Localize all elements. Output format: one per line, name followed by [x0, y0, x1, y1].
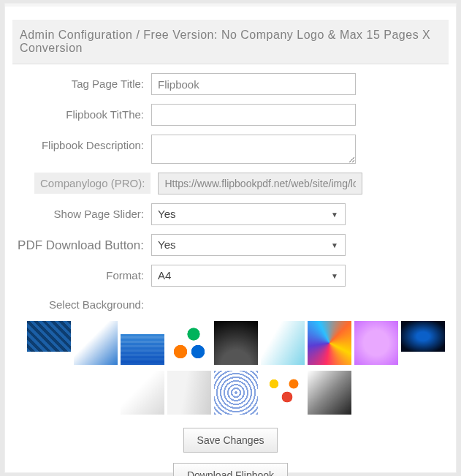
admin-config-page: Admin Configuration / Free Version: No C…	[4, 3, 457, 473]
bg-thumb-8[interactable]	[354, 321, 398, 365]
bg-thumb-10[interactable]	[121, 371, 164, 415]
banner: Admin Configuration / Free Version: No C…	[12, 20, 449, 64]
background-grid	[27, 321, 451, 415]
actions: Save Changes Download Flipbook	[5, 428, 456, 476]
label-format: Format:	[5, 265, 151, 282]
bg-thumb-14[interactable]	[308, 371, 351, 415]
label-select-background: Select Background:	[49, 298, 456, 311]
bg-thumb-1[interactable]	[27, 321, 71, 352]
select-show-page-slider-value: Yes	[151, 203, 346, 225]
select-show-page-slider[interactable]: Yes ▼	[151, 203, 346, 225]
input-flipbook-description[interactable]	[151, 135, 356, 164]
bg-thumb-7[interactable]	[308, 321, 351, 365]
label-show-page-slider: Show Page Slider:	[5, 203, 151, 220]
top-strip	[5, 4, 456, 7]
bg-thumb-9[interactable]	[401, 321, 445, 352]
row-flipbook-title: Flipbook TitThe:	[5, 104, 456, 126]
select-format-value: A4	[151, 265, 346, 287]
bg-thumb-4[interactable]	[167, 321, 211, 365]
bg-thumb-6[interactable]	[261, 321, 305, 365]
row-tag-page-title: Tag Page Title:	[5, 73, 456, 95]
bg-thumb-12[interactable]	[214, 371, 258, 415]
bg-thumb-11[interactable]	[167, 371, 211, 415]
input-tag-page-title[interactable]	[151, 73, 356, 95]
select-pdf-download-button-value: Yes	[151, 234, 346, 256]
row-flipbook-description: Flipbook Description:	[5, 135, 456, 164]
label-flipbook-title: Flipbook TitThe:	[5, 104, 151, 121]
bg-thumb-3[interactable]	[121, 334, 164, 365]
row-company-logo: Companylogo (PRO):	[5, 173, 456, 194]
save-button[interactable]: Save Changes	[183, 428, 278, 453]
row-pdf-download-button: PDF Download Button: Yes ▼	[5, 234, 456, 256]
row-show-page-slider: Show Page Slider: Yes ▼	[5, 203, 456, 225]
label-tag-page-title: Tag Page Title:	[5, 73, 151, 90]
select-format[interactable]: A4 ▼	[151, 265, 346, 287]
bg-thumb-2[interactable]	[74, 321, 118, 365]
background-section: Select Background:	[5, 298, 456, 415]
input-flipbook-title[interactable]	[151, 104, 356, 126]
download-button[interactable]: Download Flipbook	[173, 463, 288, 476]
label-flipbook-description: Flipbook Description:	[5, 135, 151, 151]
select-pdf-download-button[interactable]: Yes ▼	[151, 234, 346, 256]
bg-thumb-13[interactable]	[261, 371, 305, 415]
label-company-logo: Companylogo (PRO):	[34, 173, 151, 194]
label-pdf-download-button: PDF Download Button:	[5, 234, 151, 253]
input-company-logo	[158, 173, 362, 194]
bg-thumb-5[interactable]	[214, 321, 258, 365]
row-format: Format: A4 ▼	[5, 265, 456, 287]
